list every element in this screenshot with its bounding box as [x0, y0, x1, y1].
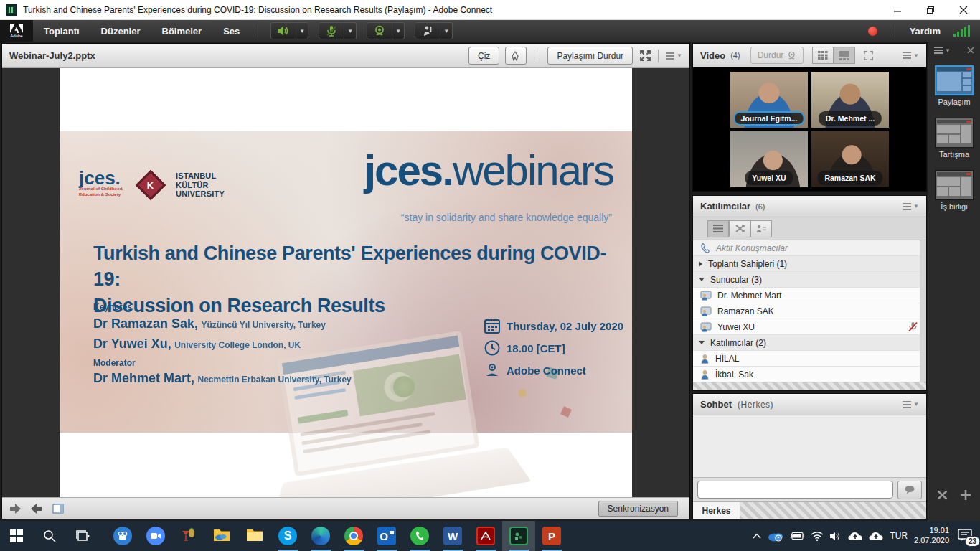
attendee-row[interactable]: İkbaL Sak: [693, 367, 926, 382]
video-tile[interactable]: Dr. Mehmet ...: [811, 71, 890, 128]
sync-button[interactable]: Senkronizasyon: [598, 501, 678, 517]
taskbar-movies-app[interactable]: [106, 521, 139, 551]
taskbar-outlook[interactable]: O: [370, 521, 403, 551]
video-pod: Video (4) Durdur ▼: [692, 43, 927, 192]
layouts-dock: ▼ Paylaşım Tartışma İş birliği: [928, 42, 980, 521]
attendee-row[interactable]: Yuwei XU: [693, 319, 926, 335]
taskbar-beverage-app[interactable]: [172, 521, 205, 551]
restore-button[interactable]: [914, 0, 947, 19]
menu-ses[interactable]: Ses: [212, 20, 250, 42]
chat-tab-everyone[interactable]: Herkes: [693, 502, 740, 519]
grid-view-button[interactable]: [812, 47, 834, 64]
stop-sharing-button[interactable]: Paylaşımı Durdur: [547, 47, 633, 65]
system-tray: TUR 19:01 2.07.2020 23: [753, 526, 980, 546]
taskbar-file-explorer[interactable]: [238, 521, 271, 551]
menu-bolmeler[interactable]: Bölmeler: [151, 20, 213, 42]
menu-duzenler[interactable]: Düzenler: [90, 20, 151, 42]
task-view-button[interactable]: [66, 521, 99, 551]
taskbar-clock[interactable]: 19:01 2.07.2020: [914, 526, 949, 546]
stop-webcam-button[interactable]: Durdur: [750, 47, 804, 64]
send-message-button[interactable]: [897, 481, 922, 499]
minimize-button[interactable]: [881, 0, 914, 19]
onedrive-tray-icon[interactable]: [768, 531, 783, 542]
attendee-status-view-button[interactable]: [750, 220, 772, 237]
cloud-upload-icon[interactable]: [869, 532, 883, 541]
chat-input[interactable]: [697, 481, 893, 499]
window-title: Turkish and Chinese Parents' Experiences…: [23, 5, 492, 15]
previous-slide-button[interactable]: [9, 504, 21, 514]
participants-group-row[interactable]: Katılımcılar (2): [693, 335, 926, 351]
attendee-row[interactable]: Ramazan SAK: [693, 303, 926, 319]
dock-add-icon[interactable]: [960, 489, 971, 501]
fullscreen-button[interactable]: [640, 50, 651, 61]
window-titlebar: Turkish and Chinese Parents' Experiences…: [0, 0, 980, 20]
pod-resize-area[interactable]: [693, 382, 926, 390]
wifi-icon[interactable]: [811, 532, 824, 541]
filmstrip-view-button[interactable]: [834, 47, 855, 64]
skype-icon: S: [278, 527, 297, 545]
battery-icon[interactable]: [790, 532, 804, 540]
webcam-button[interactable]: [367, 22, 392, 39]
layout-isbirligi[interactable]: İş birliği: [928, 170, 980, 211]
microphone-dropdown[interactable]: ▼: [344, 22, 357, 39]
keynotes-label: Keynotes: [93, 302, 132, 312]
dock-close-icon[interactable]: [937, 489, 948, 501]
hosts-group-row[interactable]: Toplantı Sahipleri (1): [693, 256, 926, 272]
layout-tartisma[interactable]: Tartışma: [928, 118, 980, 159]
webcam-dropdown[interactable]: ▼: [392, 22, 405, 39]
video-tile[interactable]: Yuwei XU: [730, 131, 809, 188]
zoom-icon: [146, 527, 165, 545]
speaker-dropdown[interactable]: ▼: [296, 22, 308, 39]
start-button[interactable]: [0, 521, 33, 551]
speaker-button[interactable]: [270, 22, 296, 39]
help-menu[interactable]: Yardım: [910, 26, 941, 37]
attendees-pod-menu-button[interactable]: ▼: [903, 203, 919, 210]
status-dropdown[interactable]: ▼: [440, 22, 453, 39]
taskbar-zoom[interactable]: [139, 521, 172, 551]
taskbar-chrome[interactable]: [337, 521, 370, 551]
video-pod-menu-button[interactable]: ▼: [903, 52, 919, 59]
close-button[interactable]: [947, 0, 980, 19]
layout-paylasim[interactable]: Paylaşım: [928, 65, 980, 106]
video-pod-header: Video (4) Durdur ▼: [693, 44, 926, 67]
webinar-brand: jces.webinars: [364, 146, 613, 195]
microphone-muted-button[interactable]: [319, 22, 344, 39]
taskbar-word[interactable]: W: [436, 521, 469, 551]
attendee-row[interactable]: Dr. Mehmet Mart: [693, 288, 926, 303]
breakout-view-button[interactable]: [729, 220, 750, 237]
language-indicator[interactable]: TUR: [890, 531, 908, 541]
action-center-button[interactable]: 23: [957, 528, 976, 544]
draw-button[interactable]: Çiz: [468, 47, 499, 65]
dock-pin-icon[interactable]: [967, 47, 974, 54]
taskbar-whatsapp[interactable]: [403, 521, 436, 551]
arrow-left-icon: [9, 504, 21, 514]
taskbar-powerpoint[interactable]: P: [535, 521, 568, 551]
pointer-tool-button[interactable]: [505, 47, 527, 65]
chat-pod-menu-button[interactable]: ▼: [903, 401, 919, 408]
dock-menu-button[interactable]: ▼: [934, 47, 951, 54]
attendees-scrollbar[interactable]: [920, 240, 926, 382]
moderator: Dr Mehmet Mart, Necmettin Erbakan Univer…: [93, 371, 352, 386]
raise-hand-status-button[interactable]: [415, 22, 440, 39]
taskbar-edge[interactable]: [304, 521, 337, 551]
taskbar-onedrive-folder[interactable]: [205, 521, 238, 551]
sidebar-toggle-button[interactable]: [52, 504, 64, 514]
video-tile[interactable]: Journal Eğitm...: [730, 71, 809, 128]
event-date: Thursday, 02 July 2020: [507, 320, 623, 332]
video-tile[interactable]: Ramazan SAK: [811, 131, 890, 188]
volume-icon[interactable]: [830, 532, 842, 541]
pen-icon: [512, 51, 520, 61]
attendee-row[interactable]: HİLAL: [693, 351, 926, 367]
share-pod-menu-button[interactable]: ▼: [666, 52, 682, 60]
taskbar-acrobat[interactable]: [469, 521, 502, 551]
attendee-list-view-button[interactable]: [707, 220, 729, 237]
cloud-upload-icon[interactable]: [848, 532, 862, 541]
presenters-group-row[interactable]: Sunucular (3): [693, 272, 926, 288]
menu-toplanti[interactable]: Toplantı: [33, 20, 90, 42]
tray-chevron-icon[interactable]: [753, 533, 761, 539]
taskbar-skype[interactable]: S: [271, 521, 304, 551]
video-fullscreen-button[interactable]: [864, 51, 873, 60]
next-slide-button[interactable]: [31, 504, 42, 514]
taskbar-search-button[interactable]: [33, 521, 66, 551]
taskbar-adobe-connect[interactable]: [502, 521, 535, 551]
